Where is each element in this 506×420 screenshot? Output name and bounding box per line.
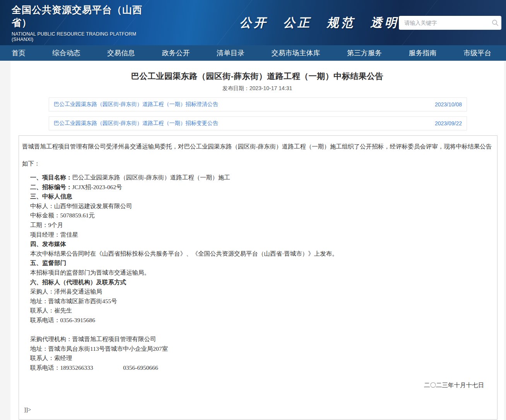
body-line: 中标金额：5078859.61元 bbox=[22, 211, 494, 220]
search-input[interactable] bbox=[399, 20, 489, 26]
announcement-date: 2023/09/22 bbox=[435, 120, 462, 126]
body-line: 地址：晋城市城区新市西街455号 bbox=[22, 297, 494, 306]
body-line: 工期：9个月 bbox=[22, 220, 494, 230]
body-line: 联系人：索经理 bbox=[22, 353, 494, 363]
body-line: 本次中标结果公告同时在《山西省招标投标公共服务平台》、《全国公共资源交易平台（山… bbox=[22, 249, 494, 259]
announcement-link[interactable]: 巴公工业园渠东路（园区街-薛东街）道路工程（一期）招标变更公告 bbox=[54, 120, 218, 127]
nav-item-3[interactable]: 交易信息 bbox=[107, 48, 135, 58]
nav-item-2[interactable]: 综合动态 bbox=[53, 48, 80, 58]
search-box bbox=[399, 16, 501, 30]
section-heading: 四、发布媒体 bbox=[22, 239, 494, 249]
section-heading: 六、招标人（代理机构）及联系方式 bbox=[22, 278, 494, 287]
page-title: 巴公工业园渠东路（园区街-薛东街）道路工程（一期）中标结果公告 bbox=[10, 71, 504, 82]
body-lines: 一、项目名称：巴公工业园渠东路（园区街-薛东街）道路工程（一期）施工二、招标编号… bbox=[22, 173, 494, 372]
nav-item-8[interactable]: 服务指南 bbox=[409, 48, 437, 58]
body-line: 中标人：山西华恒远建设发展有限公司 bbox=[22, 201, 494, 211]
sign-date: 二〇二三年十月十七日 bbox=[22, 381, 494, 389]
announcement-row: 巴公工业园渠东路（园区街-薛东街）道路工程（一期）招标澄清公告2023/10/0… bbox=[49, 97, 467, 111]
logo-title: 全国公共资源交易平台（山西省） bbox=[12, 3, 145, 29]
main-nav: 首页综合动态交易信息政务公开清单目录交易市场主体库第三方服务服务指南市级平台 bbox=[0, 45, 506, 61]
announcement-row: 巴公工业园渠东路（园区街-薛东街）道路工程（一期）招标变更公告2023/09/2… bbox=[49, 116, 467, 130]
nav-item-7[interactable]: 第三方服务 bbox=[347, 48, 382, 58]
nav-item-1[interactable]: 首页 bbox=[12, 48, 26, 58]
body-line: 采购代理机构：晋城晋旭工程项目管理有限公司 bbox=[22, 335, 494, 344]
page: 全国公共资源交易平台（山西省） NATIONAL PUBLIC RESOURCE… bbox=[0, 0, 506, 420]
nav-item-9[interactable]: 市级平台 bbox=[463, 48, 491, 58]
intro-paragraph: 晋城晋旭工程项目管理有限公司受泽州县交通运输局委托，对巴公工业园渠东路（园区街-… bbox=[22, 138, 494, 172]
announcement-date: 2023/10/08 bbox=[435, 101, 462, 108]
body-line: 采购人：泽州县交通运输局 bbox=[22, 287, 494, 297]
section-heading: 一、项目名称：巴公工业园渠东路（园区街-薛东街）道路工程（一期）施工 bbox=[22, 173, 494, 183]
nav-item-4[interactable]: 政务公开 bbox=[162, 48, 190, 58]
body-line: 联系电话：18935266333 0356-6950666 bbox=[22, 363, 494, 373]
section-heading: 二、招标编号：JCJX招-2023-062号 bbox=[22, 183, 494, 192]
logo-subtitle: NATIONAL PUBLIC RESOURCE TRADING PLATFOR… bbox=[12, 31, 145, 42]
section-heading: 三、中标人信息 bbox=[22, 192, 494, 201]
body-line: 地址：晋城市凤台东街113号晋城市中小企业局207室 bbox=[22, 344, 494, 354]
section-heading: 五、监督部门 bbox=[22, 258, 494, 268]
body-line: 联系人：崔先生 bbox=[22, 306, 494, 316]
site-logo: 全国公共资源交易平台（山西省） NATIONAL PUBLIC RESOURCE… bbox=[12, 3, 145, 42]
trailing-text: ]]> bbox=[22, 406, 494, 413]
site-header: 全国公共资源交易平台（山西省） NATIONAL PUBLIC RESOURCE… bbox=[0, 0, 506, 45]
nav-item-6[interactable]: 交易市场主体库 bbox=[272, 48, 320, 58]
article-body-box: 晋城晋旭工程项目管理有限公司受泽州县交通运输局委托，对巴公工业园渠东路（园区街-… bbox=[19, 135, 497, 420]
blank-line bbox=[22, 325, 494, 335]
header-slogan: 公开 公正 规范 透明 bbox=[239, 15, 399, 31]
nav-item-5[interactable]: 清单目录 bbox=[217, 48, 244, 58]
body-line: 本招标项目的监督部门为晋城市交通运输局。 bbox=[22, 268, 494, 278]
search-icon[interactable] bbox=[489, 19, 501, 27]
body-line: 项目经理：雷佳星 bbox=[22, 230, 494, 240]
publish-date: 发布日期：2023-10-17 14:31 bbox=[10, 85, 504, 92]
related-announcements: 巴公工业园渠东路（园区街-薛东街）道路工程（一期）招标澄清公告2023/10/0… bbox=[49, 97, 467, 130]
content-container: 巴公工业园渠东路（园区街-薛东街）道路工程（一期）中标结果公告 发布日期：202… bbox=[10, 61, 504, 420]
announcement-link[interactable]: 巴公工业园渠东路（园区街-薛东街）道路工程（一期）招标澄清公告 bbox=[54, 101, 218, 108]
body-line: 联系电话：0356-3915686 bbox=[22, 316, 494, 325]
